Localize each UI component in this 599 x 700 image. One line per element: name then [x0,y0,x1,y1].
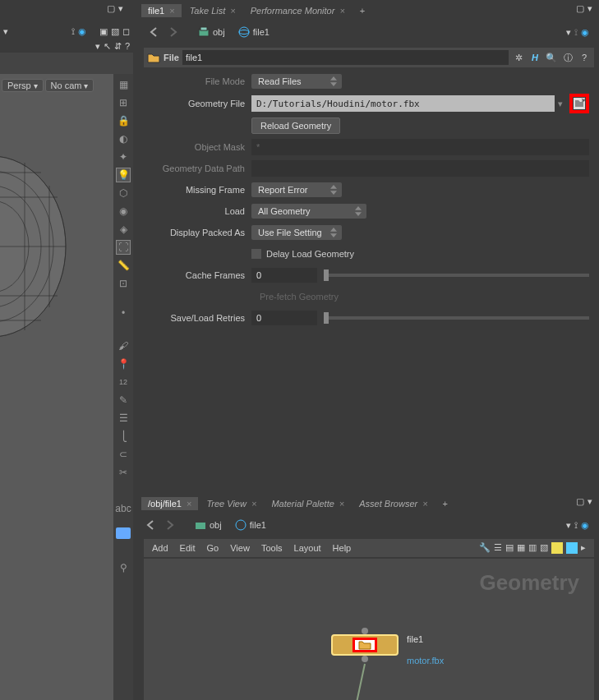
path-segment-obj[interactable]: obj [190,518,227,532]
pane-menu-icon[interactable]: ▾ [587,3,592,14]
reload-geometry-button[interactable]: Reload Geometry [251,117,340,134]
forward-button[interactable] [165,25,180,39]
save-load-retries-slider[interactable] [324,316,589,320]
cache-frames-input[interactable] [251,268,317,283]
tab-file1[interactable]: file1× [141,4,182,17]
geometry-file-dropdown-icon[interactable]: ▾ [555,99,566,109]
tab-tree-view[interactable]: Tree View× [200,497,263,510]
wrench-icon[interactable]: 🔧 [479,542,491,554]
persp-chip[interactable]: Persp ▾ [2,79,44,92]
file-node[interactable] [331,634,399,656]
help-icon[interactable]: ? [578,51,591,64]
marker-icon[interactable]: ✦ [116,150,131,164]
magnet-icon[interactable]: ⊂ [116,447,131,462]
pin-icon[interactable]: ⟟ [574,27,578,38]
load-combo[interactable]: All Geometry [251,204,366,219]
menu-tools[interactable]: Tools [261,543,283,553]
node-input-dot[interactable] [362,628,368,634]
vp-menu-icon[interactable]: ▾ [3,26,8,37]
menu-layout[interactable]: Layout [294,543,321,553]
node-name-input[interactable] [182,50,509,65]
lock-icon[interactable]: 🔒 [116,113,131,128]
lasso-icon[interactable]: ✎ [116,393,131,408]
close-icon[interactable]: × [230,6,235,16]
path-segment-obj[interactable]: obj [193,25,230,39]
normal-icon[interactable]: ◈ [116,222,131,237]
num12-icon[interactable]: 12 [116,375,131,389]
path-segment-file1[interactable]: file1 [230,518,271,532]
tab-performance-monitor[interactable]: Performance Monitor× [244,4,352,17]
close-icon[interactable]: × [339,6,344,16]
ruler-icon[interactable]: 📏 [116,258,131,273]
menu-edit[interactable]: Edit [180,543,196,553]
menu-go[interactable]: Go [207,543,219,553]
pane-menu-icon[interactable]: ▾ [587,496,592,507]
close-icon[interactable]: × [251,499,256,509]
curve-icon[interactable]: ⎩ [116,429,131,444]
rows-icon[interactable]: ▤ [505,542,514,554]
play-icon[interactable]: ▸ [581,542,586,554]
cache-frames-slider[interactable] [324,274,589,277]
missing-frame-combo[interactable]: Report Error [251,182,342,197]
pane-max-icon[interactable]: ▢ [576,3,584,14]
path-segment-file1[interactable]: file1 [233,25,274,39]
delay-load-checkbox[interactable] [251,249,261,259]
object-mask-input[interactable] [251,139,589,155]
node-label[interactable]: file1 [407,634,423,644]
vp-help-icon[interactable]: ? [125,41,130,51]
wire-icon[interactable]: ⊞ [116,95,131,110]
search-icon[interactable]: 🔍 [545,51,558,64]
tab-material-palette[interactable]: Material Palette× [265,497,351,510]
scissors-icon[interactable]: ✂ [116,465,131,480]
node-wire[interactable] [354,664,366,700]
dot-icon[interactable]: • [116,306,131,320]
cards-icon[interactable]: ▥ [528,542,537,554]
tab-add[interactable]: + [353,4,371,17]
shading-icon[interactable]: ▦ [116,77,131,92]
geometry-file-input[interactable] [251,95,555,112]
box2-icon[interactable]: ▧ [111,26,119,37]
menu-view[interactable]: View [230,543,250,553]
layers-icon[interactable]: ☰ [116,411,131,426]
env-icon[interactable]: ◉ [116,204,131,219]
target-icon[interactable]: ◉ [78,26,86,37]
close-icon[interactable]: × [169,6,174,16]
tab-asset-browser[interactable]: Asset Browser× [352,497,434,510]
gear-icon[interactable]: ✲ [512,51,525,64]
info-icon[interactable]: ⓘ [561,51,574,64]
nocam-chip[interactable]: No cam ▾ [45,79,94,92]
vp-dropdown-icon[interactable]: ▾ [95,41,100,52]
path-dropdown-icon[interactable]: ▾ [566,27,571,38]
geometry-data-path-input[interactable] [251,160,589,177]
path-dropdown-icon[interactable]: ▾ [566,520,571,531]
node-output-dot[interactable] [362,656,368,662]
display-opts-icon[interactable]: ⊡ [116,276,131,291]
save-load-retries-input[interactable] [251,311,317,325]
palette-icon[interactable]: ▧ [540,542,548,554]
tab-network-path[interactable]: /obj/file1× [141,497,198,510]
tab-add-network[interactable]: + [436,497,454,510]
brush-icon[interactable]: 🖌 [116,338,131,353]
close-icon[interactable]: × [422,499,427,509]
sticky-icon[interactable] [551,542,563,554]
menu-add[interactable]: Add [152,543,168,553]
link-icon[interactable]: ◉ [581,520,589,531]
back-button[interactable] [147,25,162,39]
display-packed-combo[interactable]: Use File Setting [251,225,342,240]
light-icon[interactable]: 💡 [116,168,131,182]
pin2-icon[interactable]: 📍 [116,357,131,371]
menu-help[interactable]: Help [333,543,352,553]
close-icon[interactable]: × [339,499,344,509]
select-arrow-icon[interactable]: ↖ [104,41,111,52]
box3-icon[interactable]: ◻ [122,26,130,37]
pin-icon[interactable]: ⟟ [574,520,578,531]
geometry-file-browse-button[interactable] [569,94,589,113]
image-icon[interactable] [116,527,131,539]
location-icon[interactable]: ⚲ [116,560,131,575]
box-icon[interactable]: ▣ [99,26,108,37]
pane-max-icon[interactable]: ▢ [107,3,115,14]
forward-button[interactable] [162,518,177,532]
link-icon[interactable]: ◉ [581,27,589,38]
back-button[interactable] [144,518,159,532]
pane-max-icon[interactable]: ▢ [576,496,584,507]
